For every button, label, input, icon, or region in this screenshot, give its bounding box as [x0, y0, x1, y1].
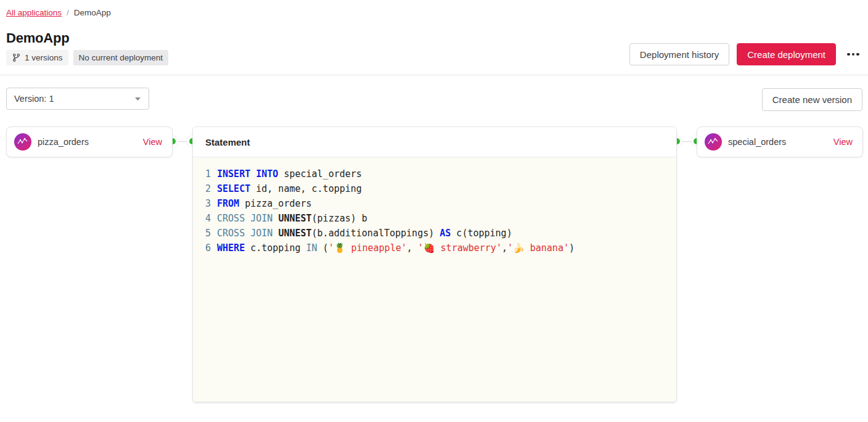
code-token: '🍌 banana'	[507, 242, 569, 254]
statement-title: Statement	[193, 127, 676, 157]
page: All applications / DemoApp DemoApp 1 ver…	[0, 0, 868, 422]
version-select[interactable]: Version: 1	[6, 88, 149, 110]
target-view-link[interactable]: View	[833, 137, 853, 147]
breadcrumb-current: DemoApp	[74, 8, 111, 17]
source-view-link[interactable]: View	[143, 137, 162, 147]
statement-body: 1INSERT INTO special_orders2SELECT id, n…	[193, 157, 676, 402]
code-token: pizza_orders	[239, 198, 311, 209]
source-table-card: pizza_orders View	[6, 126, 173, 157]
code-token: '🍍 pineapple'	[329, 242, 407, 254]
code-token: special_orders	[278, 168, 361, 180]
code-token: WHERE	[217, 242, 245, 254]
code-token: CROSS JOIN	[217, 213, 272, 224]
code-token: INSERT INTO	[217, 168, 278, 180]
code-token: c.topping	[245, 242, 306, 254]
header-divider	[0, 75, 868, 75]
source-table-name: pizza_orders	[38, 137, 137, 147]
target-table-name: special_orders	[728, 137, 827, 147]
code-line: 4CROSS JOIN UNNEST(pizzas) b	[205, 211, 669, 226]
code-token: ,	[502, 242, 507, 254]
code-line: 3FROM pizza_orders	[205, 196, 669, 211]
code-line: 1INSERT INTO special_orders	[205, 167, 669, 181]
line-number: 4	[205, 211, 211, 226]
table-icon	[14, 133, 31, 151]
ellipsis-icon	[856, 53, 859, 56]
ellipsis-icon	[852, 53, 855, 56]
git-branch-icon	[12, 53, 21, 62]
line-number: 2	[205, 181, 211, 196]
code-line: 2SELECT id, name, c.topping	[205, 181, 669, 196]
code-token: (pizzas) b	[312, 213, 367, 224]
no-deployment-badge-label: No current deployment	[79, 53, 163, 62]
code-token: FROM	[217, 198, 239, 209]
code-token: UNNEST	[278, 228, 311, 239]
statement-card: Statement 1INSERT INTO special_orders2SE…	[192, 126, 677, 402]
header-actions: Deployment history Create deployment	[629, 43, 862, 65]
table-icon	[705, 133, 722, 151]
code-token: AS	[440, 228, 451, 239]
versions-badge-label: 1 versions	[25, 53, 63, 62]
code-token: c(topping)	[451, 228, 512, 239]
create-new-version-button[interactable]: Create new version	[762, 88, 862, 111]
code-token: ,	[407, 242, 418, 254]
versions-badge: 1 versions	[6, 50, 68, 65]
breadcrumb-separator: /	[67, 8, 69, 17]
line-number: 5	[205, 226, 211, 241]
line-number: 1	[205, 167, 211, 181]
code-line: 6WHERE c.topping IN ('🍍 pineapple', '🍓 s…	[205, 241, 669, 255]
code-token: UNNEST	[278, 213, 311, 224]
sql-editor[interactable]: 1INSERT INTO special_orders2SELECT id, n…	[205, 167, 669, 255]
line-number: 6	[205, 241, 211, 255]
breadcrumb: All applications / DemoApp	[6, 8, 111, 17]
code-token: SELECT	[217, 183, 250, 194]
code-token: '🍓 strawberry'	[418, 242, 502, 254]
code-token: (	[317, 242, 329, 254]
page-title: DemoApp	[6, 30, 70, 46]
ellipsis-icon	[847, 53, 850, 56]
code-token: )	[569, 242, 575, 254]
no-deployment-badge: No current deployment	[73, 50, 169, 65]
more-options-button[interactable]	[845, 46, 862, 63]
breadcrumb-link-all-applications[interactable]: All applications	[6, 8, 62, 17]
code-token: (b.additionalToppings)	[312, 228, 440, 239]
chevron-down-icon	[134, 96, 141, 101]
target-table-card: special_orders View	[697, 126, 863, 157]
create-deployment-button[interactable]: Create deployment	[737, 43, 836, 65]
version-select-value: Version: 1	[14, 94, 134, 104]
deployment-history-button[interactable]: Deployment history	[629, 43, 729, 65]
code-token: id, name, c.topping	[250, 183, 362, 194]
code-line: 5CROSS JOIN UNNEST(b.additionalToppings)…	[205, 226, 669, 241]
code-token: CROSS JOIN	[217, 228, 272, 239]
header-badges: 1 versions No current deployment	[6, 50, 168, 65]
code-token: IN	[306, 242, 317, 254]
line-number: 3	[205, 196, 211, 211]
